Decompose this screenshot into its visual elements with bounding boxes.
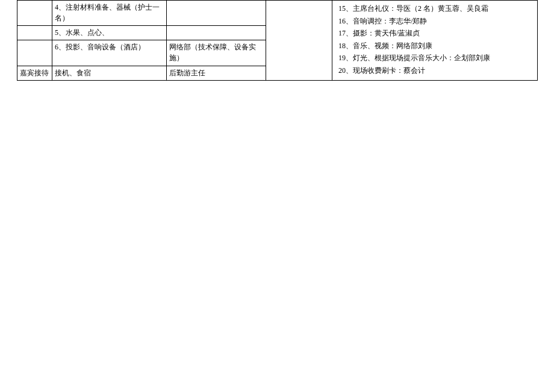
right-list-item: 20、现场收费刷卡：蔡会计 [338, 65, 531, 76]
cell-category [17, 40, 52, 66]
cell-responsible [167, 26, 266, 40]
right-list-item: 17、摄影：黄天伟/蓝淑贞 [338, 28, 531, 39]
right-list-item: 16、音响调控：李志华/郑静 [338, 16, 531, 27]
cell-category [17, 26, 52, 40]
cell-responsible: 后勤游主任 [167, 66, 266, 80]
cell-item: 6、投影、音响设备（酒店） [52, 40, 167, 66]
document-table: 4、注射材料准备、器械（护士一名） 15、主席台礼仪：导医（2 名）黄玉蓉、吴良… [17, 0, 538, 81]
cell-responsible: 网络部（技术保障、设备实施） [167, 40, 266, 66]
cell-col4-merged [266, 1, 332, 81]
cell-category [17, 1, 52, 26]
cell-item: 5、水果、点心、 [52, 26, 167, 40]
table-row: 4、注射材料准备、器械（护士一名） 15、主席台礼仪：导医（2 名）黄玉蓉、吴良… [17, 1, 538, 26]
right-list-item: 19、灯光、根据现场提示音乐大小：企划部刘康 [338, 52, 531, 64]
cell-col5-merged: 15、主席台礼仪：导医（2 名）黄玉蓉、吴良霜 16、音响调控：李志华/郑静 1… [332, 1, 538, 81]
right-list-item: 18、音乐、视频：网络部刘康 [338, 40, 531, 52]
right-list: 15、主席台礼仪：导医（2 名）黄玉蓉、吴良霜 16、音响调控：李志华/郑静 1… [335, 2, 535, 79]
cell-responsible [167, 1, 266, 26]
cell-item: 接机、食宿 [52, 66, 167, 80]
cell-category: 嘉宾接待 [17, 66, 52, 80]
cell-item: 4、注射材料准备、器械（护士一名） [52, 1, 167, 26]
right-list-item: 15、主席台礼仪：导医（2 名）黄玉蓉、吴良霜 [338, 3, 531, 14]
